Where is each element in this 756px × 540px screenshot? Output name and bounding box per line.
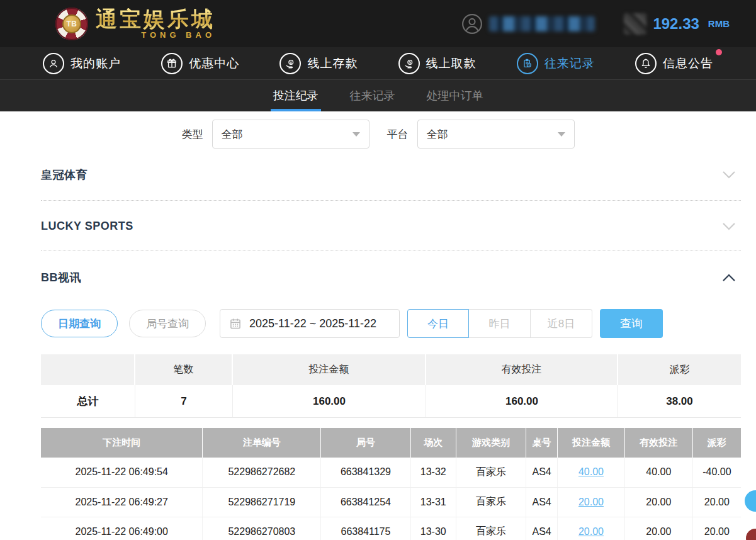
table-cell: 20.00: [624, 517, 692, 540]
bet-amount-link[interactable]: 40.00: [578, 466, 604, 477]
deposit-icon: [279, 53, 301, 74]
bet-amount-cell: 20.00: [558, 517, 625, 540]
summary-header-cell: 笔数: [135, 354, 233, 385]
tab-transactions[interactable]: 往来记录: [347, 80, 398, 111]
table-cell: 40.00: [624, 458, 692, 487]
section-header-crown-sports[interactable]: 皇冠体育: [41, 149, 741, 201]
type-select[interactable]: 全部: [212, 120, 370, 149]
date-query-button[interactable]: 日期查询: [41, 310, 118, 337]
bet-amount-link[interactable]: 20.00: [578, 497, 604, 507]
logo-title-cn: 通宝娱乐城: [96, 8, 215, 30]
withdraw-icon: [398, 53, 420, 74]
summary-header-cell: [41, 354, 135, 385]
section-title: BB视讯: [41, 270, 81, 285]
tab-bet-records[interactable]: 投注纪录: [271, 80, 321, 111]
table-cell: AS4: [526, 487, 558, 517]
table-header-cell: 下注时间: [41, 428, 203, 458]
table-row: 2025-11-22 06:49:27522986271719663841254…: [41, 487, 741, 517]
main-nav: 我的账户优惠中心线上存款线上取款往来记录信息公告: [0, 47, 756, 80]
table-cell: 663841175: [321, 517, 410, 540]
today-button[interactable]: 今日: [407, 309, 469, 338]
type-select-value: 全部: [222, 127, 243, 142]
table-cell: 百家乐: [456, 517, 526, 540]
chevron-down-icon: [722, 171, 736, 179]
nav-item-user[interactable]: 我的账户: [43, 53, 121, 74]
logo-title-en: TONG BAO: [96, 31, 215, 39]
provider-sections: 皇冠体育LUCKY SPORTSBB视讯: [41, 149, 741, 303]
summary-total-value: 160.00: [233, 385, 426, 418]
table-cell: 13-30: [410, 517, 456, 540]
last-8-days-button[interactable]: 近8日: [531, 309, 592, 338]
nav-item-label: 线上存款: [307, 55, 358, 72]
balance[interactable]: 192.33 RMB: [624, 13, 730, 35]
bet-amount-link[interactable]: 20.00: [578, 526, 604, 537]
record-tab-bar: 投注纪录往来记录处理中订单: [0, 80, 756, 111]
balance-currency: RMB: [708, 18, 730, 29]
table-header-cell: 注单编号: [203, 428, 321, 458]
content: 皇冠体育LUCKY SPORTSBB视讯 日期查询 局号查询 2025-11-2…: [0, 149, 756, 540]
payout-cell: 20.00: [692, 517, 741, 540]
table-cell: 2025-11-22 06:49:00: [41, 517, 203, 540]
table-cell: 2025-11-22 06:49:27: [41, 487, 203, 517]
records-icon: [517, 53, 538, 74]
platform-select[interactable]: 全部: [417, 120, 575, 149]
summary-total-value: 7: [135, 385, 233, 418]
platform-filter-label: 平台: [387, 127, 409, 142]
top-header: TB 通宝娱乐城 TONG BAO 192.33 RMB: [0, 0, 756, 47]
section-title: 皇冠体育: [41, 167, 87, 183]
table-row: 2025-11-22 06:49:00522986270803663841175…: [41, 517, 741, 540]
summary-total-value: 160.00: [426, 385, 618, 418]
payout-cell: -40.00: [692, 458, 741, 487]
bet-amount-cell: 40.00: [558, 458, 625, 487]
section-title: LUCKY SPORTS: [41, 220, 133, 233]
round-query-button[interactable]: 局号查询: [129, 310, 206, 337]
summary-header-row: 笔数投注金额有效投注派彩: [41, 354, 741, 385]
nav-item-gift[interactable]: 优惠中心: [161, 53, 239, 74]
bell-icon: [635, 53, 657, 74]
bet-amount-cell: 20.00: [558, 487, 625, 517]
table-header-cell: 有效投注: [624, 428, 692, 458]
bet-records-table: 下注时间注单编号局号场次游戏类别桌号投注金额有效投注派彩 2025-11-22 …: [41, 428, 741, 540]
search-button[interactable]: 查询: [600, 309, 663, 338]
user-account[interactable]: [461, 13, 595, 35]
nav-item-withdraw[interactable]: 线上取款: [398, 53, 477, 74]
nav-item-label: 线上取款: [426, 55, 477, 72]
table-cell: 百家乐: [456, 458, 526, 487]
site-logo[interactable]: TB 通宝娱乐城 TONG BAO: [55, 8, 215, 40]
nav-item-deposit[interactable]: 线上存款: [279, 53, 358, 74]
notification-dot: [716, 49, 722, 55]
wallet-icon-redacted: [624, 13, 646, 35]
user-avatar-icon: [461, 13, 483, 35]
summary-total-row: 总计7160.00160.0038.00: [41, 385, 741, 418]
type-filter-label: 类型: [182, 127, 203, 142]
table-cell: 522986270803: [203, 517, 321, 540]
table-cell: 522986272682: [203, 458, 321, 487]
table-cell: 13-31: [410, 487, 456, 517]
table-header-cell: 派彩: [692, 428, 741, 458]
chevron-down-icon: [353, 132, 360, 137]
table-cell: AS4: [526, 517, 558, 540]
section-header-bb-video[interactable]: BB视讯: [41, 251, 741, 303]
table-cell: 20.00: [624, 487, 692, 517]
yesterday-button[interactable]: 昨日: [469, 309, 531, 338]
filter-row: 类型 全部 平台 全部: [0, 120, 756, 149]
section-header-lucky-sports[interactable]: LUCKY SPORTS: [41, 201, 741, 251]
calendar-icon: [229, 317, 242, 330]
summary-table: 笔数投注金额有效投注派彩 总计7160.00160.0038.00: [41, 354, 741, 418]
username-redacted: [489, 16, 595, 31]
table-cell: 百家乐: [456, 487, 526, 517]
chevron-down-icon: [722, 222, 736, 231]
nav-item-label: 信息公告: [663, 55, 713, 72]
nav-item-records[interactable]: 往来记录: [517, 53, 595, 74]
date-range-input[interactable]: 2025-11-22 ~ 2025-11-22: [220, 309, 400, 338]
platform-filter-group: 平台 全部: [387, 120, 575, 149]
date-range-value: 2025-11-22 ~ 2025-11-22: [249, 317, 376, 330]
summary-total-label: 总计: [41, 385, 135, 418]
nav-item-label: 优惠中心: [189, 55, 239, 72]
tab-pending-orders[interactable]: 处理中订单: [424, 80, 486, 111]
summary-header-cell: 派彩: [618, 354, 741, 385]
chevron-down-icon: [558, 132, 565, 137]
table-cell: AS4: [526, 458, 558, 487]
table-header-cell: 局号: [321, 428, 410, 458]
nav-item-bell[interactable]: 信息公告: [635, 53, 713, 74]
